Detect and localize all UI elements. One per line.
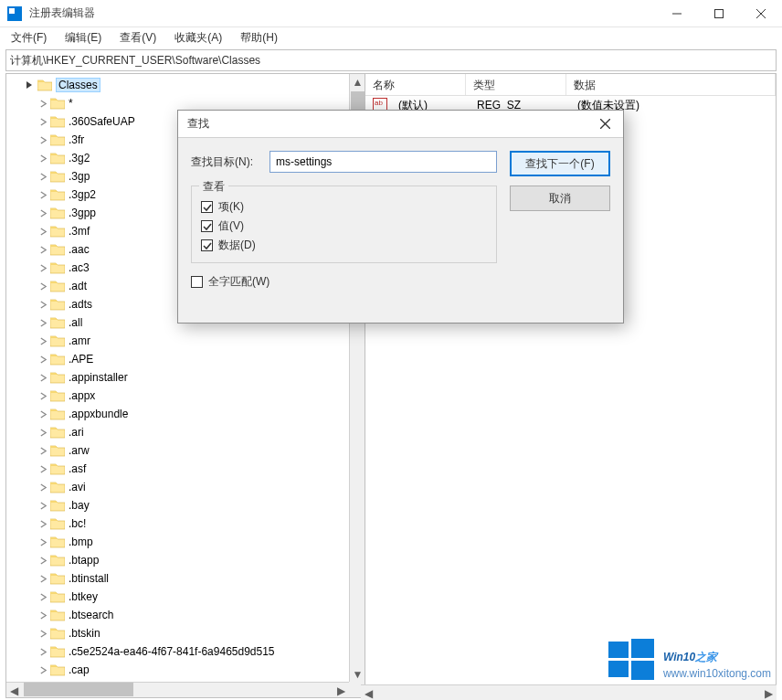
find-dialog: 查找 查找目标(N): 查看 项(K) 值(V) xyxy=(177,110,624,323)
checkbox-keys[interactable] xyxy=(201,201,213,213)
expand-icon[interactable] xyxy=(37,610,48,620)
expand-icon[interactable] xyxy=(37,372,48,383)
checkbox-values-row[interactable]: 值(V) xyxy=(201,218,487,234)
tree-item-label: .ari xyxy=(69,426,84,439)
expand-icon[interactable] xyxy=(37,354,48,365)
expand-icon[interactable] xyxy=(37,335,48,346)
menu-file[interactable]: 文件(F) xyxy=(7,28,50,48)
tree-item[interactable]: .btskin xyxy=(37,624,365,642)
values-horizontal-scrollbar[interactable]: ◀ ▶ xyxy=(365,684,777,698)
tree-item[interactable]: .bc! xyxy=(37,514,365,533)
scroll-down-icon[interactable]: ▼ xyxy=(350,666,365,682)
tree-item[interactable]: .amr xyxy=(37,332,365,350)
expand-icon[interactable] xyxy=(37,555,48,566)
expand-icon[interactable] xyxy=(37,98,48,109)
scroll-up-icon[interactable]: ▲ xyxy=(350,74,365,90)
menu-view[interactable]: 查看(V) xyxy=(116,28,160,48)
expand-icon[interactable] xyxy=(37,427,48,438)
expand-icon[interactable] xyxy=(37,664,48,675)
cancel-button[interactable]: 取消 xyxy=(510,186,610,211)
tree-item[interactable]: .asf xyxy=(37,460,365,478)
expand-icon[interactable] xyxy=(37,482,48,493)
scroll-right-icon[interactable]: ▶ xyxy=(333,683,349,698)
expand-icon[interactable] xyxy=(37,226,48,237)
dialog-body: 查找目标(N): 查看 项(K) 值(V) 数据(D) xyxy=(178,138,623,306)
checkbox-values[interactable] xyxy=(201,220,213,232)
tree-item[interactable]: .ari xyxy=(37,423,365,441)
find-target-input[interactable] xyxy=(269,151,497,173)
checkbox-whole-word[interactable] xyxy=(191,276,203,288)
header-data[interactable]: 数据 xyxy=(566,74,776,95)
scroll-left-icon[interactable]: ◀ xyxy=(365,685,376,698)
tree-root-classes[interactable]: Classes xyxy=(6,76,365,94)
expand-icon[interactable] xyxy=(37,536,48,547)
expand-icon[interactable] xyxy=(37,116,48,127)
dialog-close-button[interactable] xyxy=(586,111,623,138)
dialog-titlebar[interactable]: 查找 xyxy=(178,111,623,138)
folder-icon xyxy=(50,572,65,585)
tree-item[interactable]: .btsearch xyxy=(37,606,365,624)
menu-favorites[interactable]: 收藏夹(A) xyxy=(171,28,226,48)
expand-icon[interactable] xyxy=(37,189,48,200)
look-at-legend: 查看 xyxy=(199,179,228,195)
tree-item[interactable]: .appinstaller xyxy=(37,368,365,387)
expand-icon[interactable] xyxy=(37,628,48,639)
expand-icon[interactable] xyxy=(37,134,48,145)
tree-item-label: .3fr xyxy=(69,133,84,146)
expand-icon[interactable] xyxy=(37,445,48,456)
expand-icon[interactable] xyxy=(37,171,48,182)
expand-icon[interactable] xyxy=(37,299,48,310)
minimize-button[interactable] xyxy=(656,0,698,27)
checkbox-data[interactable] xyxy=(201,239,213,251)
expand-icon[interactable] xyxy=(25,80,36,90)
find-next-button[interactable]: 查找下一个(F) xyxy=(510,151,610,176)
checkbox-whole-row[interactable]: 全字匹配(W) xyxy=(191,274,497,290)
tree-item[interactable]: .bmp xyxy=(37,533,365,551)
maximize-button[interactable] xyxy=(698,0,740,27)
menu-edit[interactable]: 编辑(E) xyxy=(61,28,105,48)
tree-item[interactable]: .arw xyxy=(37,441,365,460)
tree-item[interactable]: .btinstall xyxy=(37,569,365,588)
expand-icon[interactable] xyxy=(37,390,48,401)
tree-item[interactable]: .bay xyxy=(37,496,365,514)
menu-help[interactable]: 帮助(H) xyxy=(237,28,281,48)
expand-icon[interactable] xyxy=(37,207,48,218)
header-name[interactable]: 名称 xyxy=(365,74,466,95)
expand-icon[interactable] xyxy=(37,317,48,328)
scroll-right-icon[interactable]: ▶ xyxy=(761,685,777,698)
checkbox-data-row[interactable]: 数据(D) xyxy=(201,238,487,253)
expand-icon[interactable] xyxy=(37,646,48,657)
tree-item-label: * xyxy=(69,97,73,110)
expand-icon[interactable] xyxy=(37,463,48,474)
folder-icon xyxy=(50,243,65,256)
dialog-left: 查找目标(N): 查看 项(K) 值(V) 数据(D) xyxy=(191,151,497,293)
tree-item[interactable]: .btkey xyxy=(37,588,365,606)
expand-icon[interactable] xyxy=(37,591,48,602)
scroll-left-icon[interactable]: ◀ xyxy=(6,683,22,698)
tree-item[interactable]: .btapp xyxy=(37,551,365,569)
svg-rect-8 xyxy=(608,661,629,677)
header-type[interactable]: 类型 xyxy=(466,74,566,95)
expand-icon[interactable] xyxy=(37,408,48,419)
tree-item-label: .bay xyxy=(69,499,90,512)
expand-icon[interactable] xyxy=(37,500,48,511)
expand-icon[interactable] xyxy=(37,153,48,164)
expand-icon[interactable] xyxy=(37,573,48,584)
tree-item-label: .adt xyxy=(69,280,87,292)
tree-item[interactable]: .avi xyxy=(37,478,365,496)
address-bar[interactable]: 计算机\HKEY_CURRENT_USER\Software\Classes xyxy=(5,49,777,71)
tree-item[interactable]: .c5e2524a-ea46-4f67-841f-6a9465d9d515 xyxy=(37,642,365,661)
expand-icon[interactable] xyxy=(37,262,48,273)
tree-item[interactable]: .APE xyxy=(37,350,365,368)
expand-icon[interactable] xyxy=(37,518,48,529)
tree-item[interactable]: .cap xyxy=(37,661,365,679)
tree-item[interactable]: .appx xyxy=(37,387,365,405)
scroll-thumb-h[interactable] xyxy=(24,683,133,696)
checkbox-keys-row[interactable]: 项(K) xyxy=(201,199,487,215)
expand-icon[interactable] xyxy=(37,244,48,255)
tree-item[interactable]: .appxbundle xyxy=(37,405,365,423)
tree-horizontal-scrollbar[interactable]: ◀ ▶ xyxy=(6,682,349,697)
expand-icon[interactable] xyxy=(37,281,48,292)
close-button[interactable] xyxy=(740,0,782,27)
tree-item-label: .appxbundle xyxy=(69,408,128,420)
